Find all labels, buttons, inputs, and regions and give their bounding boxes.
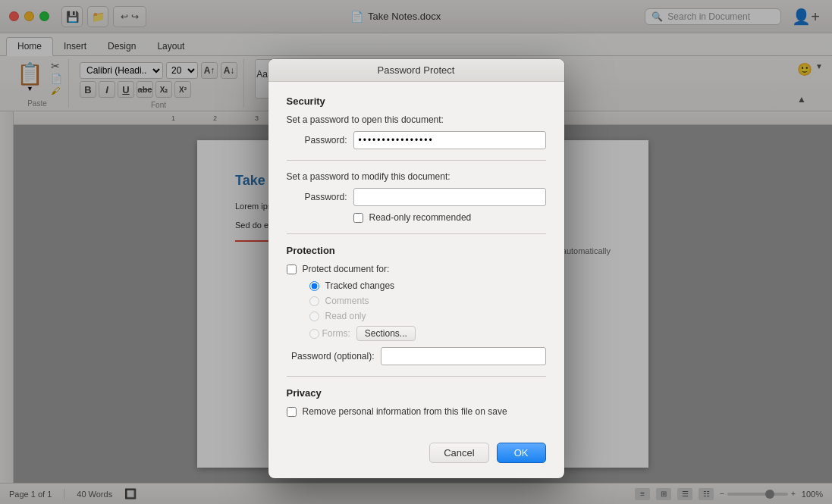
open-password-input[interactable] (353, 131, 546, 149)
remove-personal-row: Remove personal information from this fi… (287, 406, 546, 417)
modal-title-bar: Password Protect (268, 59, 564, 82)
remove-personal-checkbox[interactable] (287, 407, 297, 417)
comments-row: Comments (309, 296, 546, 306)
read-only-option-row: Read only (309, 311, 546, 321)
cancel-button[interactable]: Cancel (429, 443, 488, 463)
protection-section-title: Protection (287, 245, 546, 256)
modal-title: Password Protect (378, 64, 455, 76)
open-password-row: Password: (287, 131, 546, 149)
read-only-recommended-label: Read-only recommended (369, 212, 472, 223)
comments-label: Comments (325, 296, 369, 306)
ok-button[interactable]: OK (497, 443, 546, 463)
set-modify-password-label: Set a password to modify this document: (287, 171, 546, 182)
modal-body: Security Set a password to open this doc… (268, 82, 564, 432)
protect-doc-row: Protect document for: (287, 264, 546, 274)
forms-radio[interactable] (309, 329, 319, 339)
read-only-recommended-row: Read-only recommended (353, 212, 546, 223)
modify-password-input[interactable] (353, 188, 546, 206)
comments-radio[interactable] (309, 296, 319, 306)
divider-2 (287, 233, 546, 234)
modal-buttons: Cancel OK (268, 432, 564, 463)
forms-row: Forms: Sections... (309, 326, 546, 341)
modify-password-label: Password: (287, 192, 347, 202)
sections-button[interactable]: Sections... (356, 326, 416, 341)
tracked-changes-radio[interactable] (309, 281, 319, 291)
read-only-option-radio[interactable] (309, 311, 319, 321)
optional-password-label: Password (optional): (287, 351, 375, 362)
app-window: 💾 📁 ↩ ↪ 📄 Take Notes.docx 🔍 Search in Do… (0, 0, 832, 504)
modify-password-row: Password: (287, 188, 546, 206)
tracked-changes-label: Tracked changes (325, 280, 395, 291)
open-password-label: Password: (287, 135, 347, 146)
divider-1 (287, 160, 546, 161)
password-protect-dialog: Password Protect Security Set a password… (268, 59, 564, 478)
remove-personal-label: Remove personal information from this fi… (303, 406, 507, 417)
optional-password-input[interactable] (381, 347, 546, 365)
tracked-changes-row: Tracked changes (309, 280, 546, 291)
security-section-title: Security (287, 95, 546, 107)
protect-document-label: Protect document for: (303, 264, 390, 274)
optional-password-row: Password (optional): (287, 347, 546, 365)
read-only-recommended-checkbox[interactable] (353, 213, 363, 223)
protect-document-checkbox[interactable] (287, 265, 297, 274)
read-only-option-label: Read only (325, 311, 366, 321)
set-open-password-label: Set a password to open this document: (287, 114, 546, 125)
divider-3 (287, 376, 546, 377)
modal-overlay: Password Protect Security Set a password… (0, 0, 832, 504)
forms-label: Forms: (322, 328, 350, 339)
privacy-section-title: Privacy (287, 387, 546, 399)
